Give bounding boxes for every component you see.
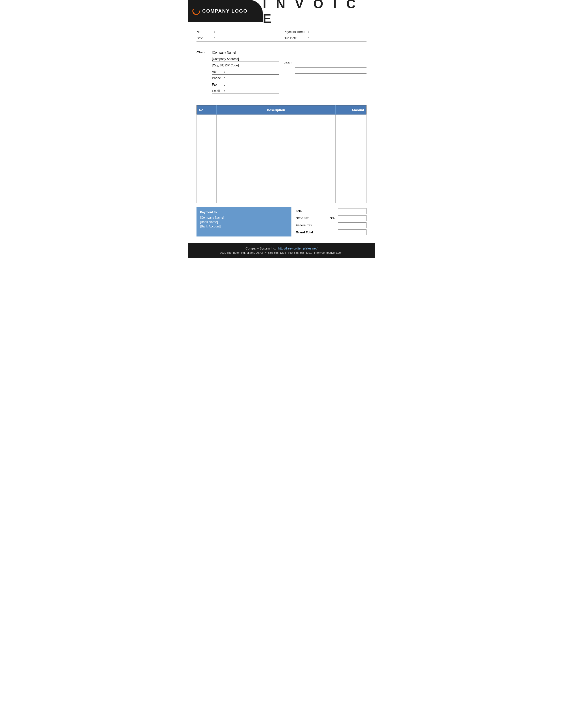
date-colon: : xyxy=(214,36,215,40)
payment-title: Payment to : xyxy=(200,210,288,214)
client-block: Client : [Company Name] [Company Address… xyxy=(196,50,279,96)
total-row: Total xyxy=(296,208,367,214)
footer-company-name: Company System Inc. xyxy=(245,247,276,250)
client-company-name: [Company Name] xyxy=(212,50,279,55)
federal-tax-label: Federal Tax xyxy=(296,223,330,227)
bottom-section: Payment to : [Company Name] [Bank Name] … xyxy=(188,207,375,236)
client-company-address: [Company Address] xyxy=(212,57,279,62)
grand-total-row: Grand Total xyxy=(296,229,367,235)
state-tax-box xyxy=(338,215,367,221)
meta-row-1: No : Payment Terms : xyxy=(196,29,367,35)
client-phone-row: Phone : xyxy=(212,76,279,81)
col-no-header: No xyxy=(197,105,216,115)
payment-terms-field: Payment Terms : xyxy=(279,29,367,35)
meta-row-2: Date : Due Date : xyxy=(196,35,367,41)
total-label: Total xyxy=(296,209,330,213)
job-label: Job : xyxy=(284,61,295,65)
client-job-section: Client : [Company Name] [Company Address… xyxy=(188,46,375,101)
table-section: No Description Amount xyxy=(188,105,375,203)
logo-block: COMPANY LOGO xyxy=(188,0,263,22)
col-description-header: Description xyxy=(216,105,336,115)
client-email-row: Email : xyxy=(212,89,279,94)
totals-block: Total State Tax 3% Federal Tax Grand Tot… xyxy=(296,207,367,236)
email-label: Email xyxy=(212,89,224,93)
table-body xyxy=(197,115,367,203)
logo-icon xyxy=(192,7,200,15)
grand-total-box xyxy=(338,229,367,235)
state-tax-label: State Tax xyxy=(296,216,330,220)
client-attn-row: Attn : xyxy=(212,69,279,75)
due-date-colon: : xyxy=(308,36,309,40)
col-amount-header: Amount xyxy=(336,105,367,115)
job-line4 xyxy=(295,69,367,74)
email-colon: : xyxy=(224,89,225,93)
client-label: Client : xyxy=(196,50,212,54)
no-field: No : xyxy=(196,29,279,35)
job-header: Job : xyxy=(284,50,367,75)
logo-text: COMPANY LOGO xyxy=(202,8,247,14)
date-label: Date xyxy=(196,36,214,40)
payment-terms-colon: : xyxy=(308,30,309,34)
job-line3 xyxy=(295,63,367,68)
meta-section: No : Payment Terms : Date : Due Date : xyxy=(188,29,375,41)
svg-point-0 xyxy=(192,7,200,15)
payment-bank-name: [Bank Name] xyxy=(200,220,288,224)
header: COMPANY LOGO I N V O I C E xyxy=(188,0,375,22)
date-field: Date : xyxy=(196,35,279,41)
invoice-title-block: I N V O I C E xyxy=(263,0,375,22)
due-date-field: Due Date : xyxy=(279,35,367,41)
client-city-zip: [City, ST, ZIP Code] xyxy=(212,63,279,68)
footer: Company System Inc. | http://freewordtem… xyxy=(188,243,375,258)
grand-total-label: Grand Total xyxy=(296,231,330,234)
state-tax-row: State Tax 3% xyxy=(296,215,367,221)
attn-label: Attn xyxy=(212,70,224,73)
job-line1 xyxy=(295,50,367,55)
attn-colon: : xyxy=(224,70,225,73)
state-tax-percent: 3% xyxy=(330,216,338,220)
client-fields: [Company Name] [Company Address] [City, … xyxy=(212,50,279,95)
no-colon: : xyxy=(214,30,215,34)
federal-tax-row: Federal Tax xyxy=(296,222,367,228)
job-line2 xyxy=(295,56,367,61)
row-amount xyxy=(336,115,367,203)
payment-bank-account: [Bank Account] xyxy=(200,225,288,228)
row-no xyxy=(197,115,216,203)
table-header: No Description Amount xyxy=(197,105,367,115)
job-block: Job : xyxy=(284,50,367,96)
job-fields xyxy=(295,50,367,75)
client-header: Client : [Company Name] [Company Address… xyxy=(196,50,279,95)
phone-colon: : xyxy=(224,76,225,80)
footer-top: Company System Inc. | http://freewordtem… xyxy=(192,247,371,250)
client-fax-row: Fax : xyxy=(212,82,279,87)
payment-terms-label: Payment Terms xyxy=(284,30,308,34)
fax-label: Fax xyxy=(212,83,224,86)
fax-colon: : xyxy=(224,83,225,86)
federal-tax-box xyxy=(338,222,367,228)
payment-company: [Company Name] xyxy=(200,216,288,219)
table-header-row: No Description Amount xyxy=(197,105,367,115)
total-box xyxy=(338,208,367,214)
footer-bottom: 8030 Harrington Rd, Miami, USA | Ph 555-… xyxy=(192,251,371,254)
no-label: No xyxy=(196,30,214,34)
row-description xyxy=(216,115,336,203)
table-row xyxy=(197,115,367,203)
payment-block: Payment to : [Company Name] [Bank Name] … xyxy=(196,207,292,236)
due-date-label: Due Date xyxy=(284,36,308,40)
footer-website[interactable]: http://freewordtemplates.net/ xyxy=(278,247,317,250)
phone-label: Phone xyxy=(212,76,224,80)
invoice-title: I N V O I C E xyxy=(263,0,369,26)
items-table: No Description Amount xyxy=(196,105,367,203)
